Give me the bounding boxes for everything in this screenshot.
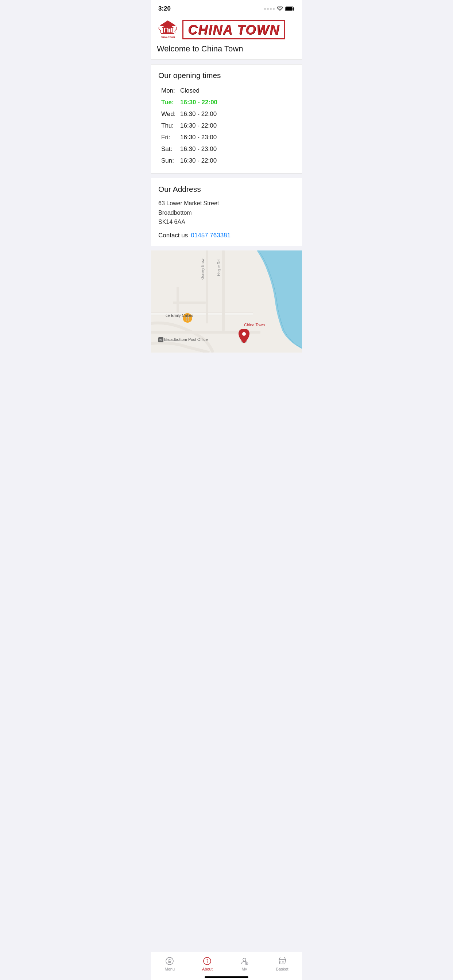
svg-text:Broadbottom Post Office: Broadbottom Post Office xyxy=(164,337,208,342)
svg-rect-17 xyxy=(177,287,179,312)
time-row: Sun:16:30 - 22:00 xyxy=(158,155,295,167)
svg-rect-14 xyxy=(222,250,225,331)
status-bar: 3:20 xyxy=(151,0,302,15)
hours-label: 16:30 - 22:00 xyxy=(180,110,217,118)
address-line: 63 Lower Market Street xyxy=(158,199,295,208)
svg-text:Gorsey Brow: Gorsey Brow xyxy=(201,258,205,280)
hours-label: 16:30 - 23:00 xyxy=(180,145,217,153)
day-label: Thu: xyxy=(161,122,180,129)
opening-times-list: Mon:ClosedTue:16:30 - 22:00Wed:16:30 - 2… xyxy=(158,85,295,167)
header: CHINA TOWN CHINA TOWN Welcome to China T… xyxy=(151,15,302,60)
address-text: 63 Lower Market StreetBroadbottomSK14 6A… xyxy=(158,199,295,227)
opening-times-card: Our opening times Mon:ClosedTue:16:30 - … xyxy=(151,64,302,173)
address-line: SK14 6AA xyxy=(158,217,295,227)
address-line: Broadbottom xyxy=(158,208,295,218)
time-row: Sat:16:30 - 23:00 xyxy=(158,143,295,155)
svg-text:ce Emily Cakes: ce Emily Cakes xyxy=(166,313,193,318)
day-label: Sat: xyxy=(161,145,180,153)
time-row: Tue:16:30 - 22:00 xyxy=(158,97,295,108)
status-icons xyxy=(264,6,295,11)
logo-container: CHINA TOWN CHINA TOWN xyxy=(157,20,285,40)
battery-icon xyxy=(285,6,295,11)
status-time: 3:20 xyxy=(158,5,171,13)
time-row: Fri:16:30 - 23:00 xyxy=(158,132,295,143)
day-label: Mon: xyxy=(161,87,180,94)
hours-label: 16:30 - 23:00 xyxy=(180,134,217,141)
contact-row: Contact us 01457 763381 xyxy=(158,232,295,239)
svg-rect-12 xyxy=(206,250,208,323)
svg-text:CHINA TOWN: CHINA TOWN xyxy=(161,36,175,38)
address-card: Our Address 63 Lower Market StreetBroadb… xyxy=(151,178,302,246)
day-label: Tue: xyxy=(161,99,180,106)
day-label: Sun: xyxy=(161,157,180,164)
svg-rect-6 xyxy=(161,33,174,34)
day-label: Fri: xyxy=(161,134,180,141)
wifi-icon xyxy=(277,6,283,11)
svg-rect-5 xyxy=(168,29,171,33)
contact-label: Contact us xyxy=(158,232,188,239)
hours-label: Closed xyxy=(180,87,199,94)
opening-times-title: Our opening times xyxy=(158,71,295,80)
welcome-heading: Welcome to China Town xyxy=(157,44,243,54)
svg-rect-4 xyxy=(165,29,167,33)
svg-text:China Town: China Town xyxy=(244,323,265,327)
map-svg: Gorsey Brow Hague Rd 🍴 ce Emily Cakes ✉ … xyxy=(151,250,302,353)
time-row: Mon:Closed xyxy=(158,85,295,97)
svg-text:✉: ✉ xyxy=(160,338,162,342)
hours-label: 16:30 - 22:00 xyxy=(180,157,217,164)
svg-text:Hague Rd: Hague Rd xyxy=(217,259,221,276)
svg-rect-1 xyxy=(286,7,292,11)
time-row: Wed:16:30 - 22:00 xyxy=(158,108,295,120)
map-container[interactable]: Gorsey Brow Hague Rd 🍴 ce Emily Cakes ✉ … xyxy=(151,250,302,353)
svg-point-26 xyxy=(242,332,246,336)
signal-dots xyxy=(264,8,274,10)
hours-label: 16:30 - 22:00 xyxy=(180,99,217,106)
hours-label: 16:30 - 22:00 xyxy=(180,122,217,129)
phone-number[interactable]: 01457 763381 xyxy=(191,232,231,239)
day-label: Wed: xyxy=(161,110,180,118)
time-row: Thu:16:30 - 22:00 xyxy=(158,120,295,132)
main-content: Our opening times Mon:ClosedTue:16:30 - … xyxy=(151,64,302,382)
logo-icon: CHINA TOWN xyxy=(157,20,179,40)
logo-brand-text: CHINA TOWN xyxy=(182,20,285,40)
address-title: Our Address xyxy=(158,185,295,194)
